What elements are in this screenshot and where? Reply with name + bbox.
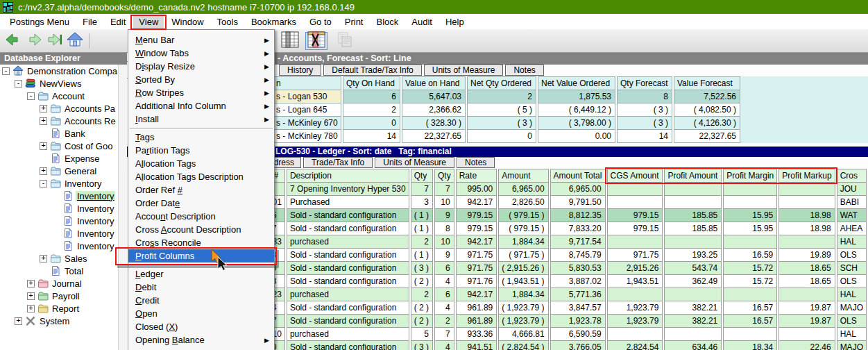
cell[interactable]: 15.95 — [723, 209, 777, 222]
cell[interactable]: 2 — [343, 103, 400, 117]
column-header-qty-on-hand[interactable]: Qty On Hand — [343, 76, 400, 90]
cell[interactable]: 979.15 — [607, 222, 663, 235]
cell-cross-account[interactable]: OLS — [837, 275, 867, 288]
view-menu-item-sorted-by[interactable]: Sorted By▶ — [128, 73, 274, 86]
menu-item-window[interactable]: Window — [166, 15, 209, 28]
cell[interactable]: 16.57 — [723, 315, 777, 328]
cell[interactable]: 7 — [434, 183, 454, 196]
menu-item-view[interactable]: View — [133, 15, 164, 28]
tab-trade-tax-info[interactable]: Trade/Tax Info — [303, 157, 373, 168]
tree-item-inventory[interactable]: Inventory — [0, 202, 118, 215]
cell[interactable]: ( 3 ) — [467, 117, 536, 130]
column-header-rate[interactable]: Rate — [456, 169, 497, 183]
cell[interactable]: 5 — [411, 328, 433, 341]
cell[interactable]: 5,647.03 — [402, 90, 466, 103]
cell[interactable]: 4 — [434, 341, 454, 350]
cell[interactable]: ( 1 ) — [411, 209, 433, 222]
cell[interactable] — [778, 196, 835, 209]
cell[interactable]: ( 3,798.00 ) — [538, 117, 615, 130]
column-header-value-on-hand[interactable]: Value on Hand — [402, 76, 466, 90]
tree-item-accounts-re[interactable]: +Accounts Re — [0, 115, 118, 127]
view-menu-item-profit-columns[interactable]: Profit Columns — [128, 249, 274, 262]
cell[interactable]: 22,327.65 — [674, 130, 740, 143]
cell-description[interactable]: purchased — [287, 235, 409, 249]
cell[interactable]: 634.46 — [664, 341, 722, 350]
column-table-button[interactable] — [280, 32, 300, 50]
cell[interactable]: 9 — [434, 249, 454, 262]
cell[interactable]: 185.85 — [664, 209, 722, 222]
view-menu-item-install[interactable]: Install▶ — [128, 112, 274, 126]
cell[interactable]: 2,915.26 — [607, 262, 663, 275]
column-header-cgs-amount[interactable]: CGS Amount — [607, 169, 663, 183]
view-menu-item-allocation-tags[interactable]: Allocation Tags — [128, 157, 274, 170]
cell[interactable]: 19.87 — [778, 315, 835, 328]
cell[interactable]: 22,327.65 — [402, 130, 466, 143]
cell[interactable]: 9,791.50 — [550, 196, 606, 209]
cell[interactable]: 5,771.36 — [550, 288, 606, 301]
cell-description[interactable]: Sold - standard configuration — [287, 249, 409, 262]
cell[interactable] — [723, 288, 777, 301]
cell[interactable]: 18.65 — [778, 262, 835, 275]
cell[interactable]: 18.65 — [778, 275, 835, 288]
tree-item-sales[interactable]: +Sales — [0, 252, 118, 265]
cell-description[interactable]: purchased — [287, 328, 409, 341]
tree-item-general[interactable]: +General — [0, 165, 118, 177]
cell[interactable]: 7 — [411, 183, 433, 196]
cell[interactable]: ( 2 ) — [411, 275, 433, 288]
tree-item-newviews[interactable]: -NewViews — [0, 77, 118, 90]
home-button[interactable] — [65, 32, 85, 50]
cell[interactable]: 382.21 — [664, 315, 722, 328]
cell[interactable]: ( 5 ) — [467, 103, 536, 117]
view-menu-item-opening-balance[interactable]: Opening Balance▶ — [128, 333, 274, 347]
tree-item-inventory[interactable]: Inventory — [0, 190, 118, 202]
cell[interactable]: ( 979.15 ) — [498, 222, 548, 235]
cell[interactable]: 6 — [434, 288, 454, 301]
cell[interactable]: 3 — [411, 196, 433, 209]
cell-cross-account[interactable]: BABI — [837, 196, 867, 209]
cell-cross-account[interactable]: WAT — [837, 209, 867, 222]
cell[interactable]: 2 — [411, 235, 433, 249]
menu-item-go-to[interactable]: Go to — [304, 15, 337, 28]
cell[interactable]: ( 3 ) — [617, 117, 672, 130]
menu-item-print[interactable]: Print — [339, 15, 369, 28]
cell[interactable]: 3,887.02 — [550, 275, 606, 288]
cell[interactable] — [607, 328, 663, 341]
cell-description[interactable]: Sold - standard configuration — [287, 301, 409, 315]
column-header-qty[interactable]: Qty — [411, 169, 433, 183]
collapse-icon[interactable]: - — [15, 80, 22, 88]
cell[interactable]: 18.98 — [778, 209, 835, 222]
tree-item-bank[interactable]: Bank — [0, 127, 118, 140]
cell[interactable] — [607, 196, 663, 209]
cell[interactable]: 2 — [467, 90, 536, 103]
menu-item-help[interactable]: Help — [440, 15, 470, 28]
cell[interactable] — [778, 235, 835, 249]
cell[interactable]: 2,826.50 — [498, 196, 548, 209]
cell[interactable] — [664, 235, 722, 249]
view-menu-item-partition-tags[interactable]: Partition Tags — [128, 144, 274, 157]
collapse-icon[interactable]: - — [27, 92, 35, 100]
view-menu-item-menu-bar[interactable]: Menu Bar▶ — [128, 33, 274, 47]
menu-item-tools[interactable]: Tools — [212, 15, 244, 28]
cell[interactable]: 1,943.51 — [607, 275, 663, 288]
cell[interactable]: 4 — [434, 275, 454, 288]
cell[interactable]: 6 — [434, 262, 454, 275]
cell[interactable]: 18.98 — [778, 222, 835, 235]
view-menu-item-row-stripes[interactable]: Row Stripes▶ — [128, 86, 274, 99]
cell[interactable]: 2,824.54 — [607, 341, 663, 350]
cell[interactable]: 8,812.35 — [550, 209, 606, 222]
cell[interactable]: 995.00 — [456, 183, 497, 196]
tree-item-demonstration-compa[interactable]: -Demonstration Compa — [0, 65, 118, 77]
cell[interactable]: ( 3 ) — [617, 103, 672, 117]
cell[interactable]: 0 — [343, 117, 400, 130]
expand-icon[interactable]: + — [40, 117, 47, 125]
cell[interactable]: 7,522.56 — [674, 90, 740, 103]
view-menu-item-cross-reconcile[interactable]: Cross Reconcile — [128, 236, 274, 249]
tree-item-journal[interactable]: +Journal — [0, 277, 118, 290]
forward-end-button[interactable] — [44, 32, 64, 50]
menu-item-block[interactable]: Block — [371, 15, 404, 28]
cell[interactable]: ( 1,943.51 ) — [498, 275, 548, 288]
cell[interactable]: 2 — [434, 315, 454, 328]
cell-description[interactable]: Sold - standard configuration — [287, 209, 409, 222]
cell[interactable]: 933.36 — [456, 328, 497, 341]
expand-icon[interactable]: + — [27, 305, 35, 312]
